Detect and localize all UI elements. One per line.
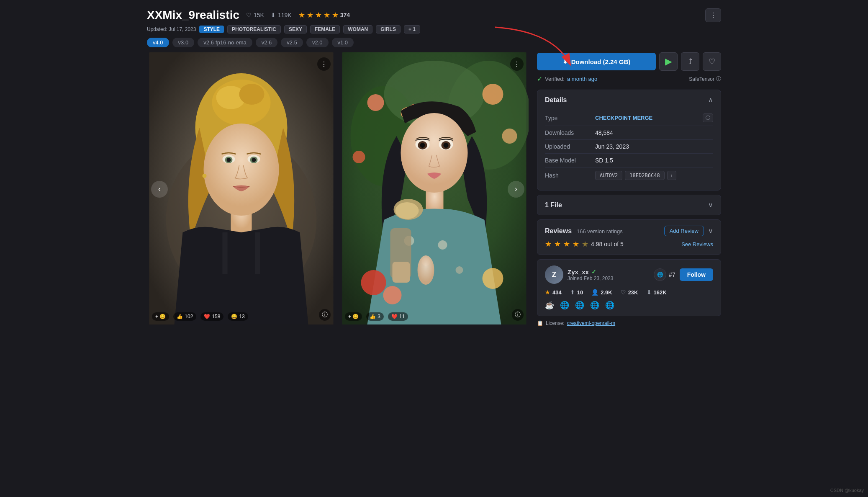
updated-text: Updated: Jul 17, 2023 <box>147 26 196 32</box>
author-downloads: 162K <box>654 289 667 296</box>
files-section: 1 File ∨ <box>537 195 721 215</box>
svg-point-42 <box>361 270 386 295</box>
author-avatar: Z <box>545 265 563 284</box>
heart-2-button[interactable]: ❤️ 11 <box>388 312 408 321</box>
more-options-button[interactable]: ⋮ <box>705 8 721 22</box>
files-header[interactable]: 1 File ∨ <box>537 195 721 215</box>
author-likes-stat: ♡ 23K <box>621 289 638 296</box>
download-icon: ⬇ <box>271 12 276 18</box>
add-review-button[interactable]: Add Review <box>664 226 704 236</box>
website-icon-1[interactable]: 🌐 <box>560 301 569 310</box>
gallery-prev-button[interactable]: ‹ <box>151 181 168 198</box>
heart-1-button[interactable]: ❤️ 158 <box>200 312 223 321</box>
reviews-header: Reviews 166 version ratings Add Review ∨ <box>545 226 713 236</box>
hash-copy-button[interactable]: › <box>667 171 676 180</box>
type-info-icon[interactable]: ⓘ <box>703 113 713 122</box>
image-2-info-button[interactable]: ⓘ <box>512 309 524 321</box>
uploaded-label: Uploaded <box>545 143 595 150</box>
license-section: 📋 License: creativeml-openrail-m <box>537 320 721 326</box>
author-star-stat: ★ 434 <box>545 289 562 296</box>
hash-autov2: AUTOV2 <box>595 171 622 180</box>
files-title: 1 File <box>545 201 562 209</box>
star-icon: ★ <box>545 289 550 296</box>
detail-downloads-row: Downloads 48,584 <box>545 126 713 139</box>
version-tab-v10[interactable]: v1.0 <box>332 38 354 47</box>
svg-point-11 <box>227 158 231 162</box>
website-icon-4[interactable]: 🌐 <box>605 301 614 310</box>
svg-point-29 <box>401 113 468 193</box>
add-reaction-2-button[interactable]: + 😊 <box>345 312 362 321</box>
rating-count: 374 <box>340 12 350 18</box>
details-header[interactable]: Details ∧ <box>537 90 721 110</box>
version-tab-v26[interactable]: v2.6 <box>256 38 278 47</box>
svg-point-24 <box>353 151 365 163</box>
svg-point-6 <box>239 84 265 105</box>
image-2-more-button[interactable]: ⋮ <box>510 57 524 71</box>
version-tab-v4[interactable]: v4.0 <box>147 38 169 47</box>
svg-point-22 <box>367 94 384 111</box>
tag-photorealistic[interactable]: PHOTOREALISTIC <box>227 25 281 33</box>
author-links: ☕ 🌐 🌐 🌐 🌐 <box>545 301 713 310</box>
svg-point-15 <box>203 174 207 178</box>
tag-sexy[interactable]: SEXY <box>284 25 307 33</box>
tag-woman[interactable]: WOMAN <box>343 25 372 33</box>
tag-female[interactable]: FEMALE <box>310 25 340 33</box>
see-reviews-link[interactable]: See Reviews <box>681 241 713 247</box>
rev-star-2: ★ <box>554 239 561 249</box>
image-1-more-button[interactable]: ⋮ <box>317 57 331 71</box>
favorite-button[interactable]: ♡ <box>703 52 721 71</box>
star-4: ★ <box>324 10 330 20</box>
version-tab-v25[interactable]: v2.5 <box>281 38 303 47</box>
add-reaction-1-button[interactable]: + 😊 <box>152 312 169 321</box>
verified-link[interactable]: a month ago <box>567 76 597 82</box>
tag-girls[interactable]: GIRLS <box>376 25 401 33</box>
rating-text: 4.98 out of 5 <box>591 241 624 247</box>
type-label: Type <box>545 115 595 121</box>
dl-icon: ⬇ <box>647 289 652 296</box>
author-uploads: 10 <box>577 289 583 296</box>
downloads-label: Downloads <box>545 129 595 136</box>
play-button[interactable]: ▶ <box>659 52 678 71</box>
details-section: Details ∧ Type CHECKPOINT MERGE ⓘ Downlo… <box>537 90 721 191</box>
thumbs-up-1-button[interactable]: 👍 102 <box>173 312 196 321</box>
version-tab-v20[interactable]: v2.0 <box>306 38 329 47</box>
gallery-next-button[interactable]: › <box>508 181 524 198</box>
tag-style[interactable]: STYLE <box>199 26 224 33</box>
version-tab-v26fp16[interactable]: v2.6-fp16-no-ema <box>198 38 252 47</box>
reviews-bottom: ★ ★ ★ ★ ★ 4.98 out of 5 See Reviews <box>545 239 713 249</box>
author-verified-icon: ✓ <box>591 268 596 275</box>
license-link[interactable]: creativeml-openrail-m <box>567 320 615 326</box>
verified-section: ✓ Verified: a month ago SafeTensor ⓘ <box>537 75 721 83</box>
download-button[interactable]: ⬇ Download (2.24 GB) <box>537 53 656 70</box>
svg-point-25 <box>502 129 517 144</box>
reviews-title-group: Reviews 166 version ratings <box>545 227 623 235</box>
author-info: Zyx_xx ✓ Joined Feb 23, 2023 <box>568 268 650 281</box>
rev-star-4: ★ <box>573 239 579 249</box>
license-icon: 📋 <box>537 320 543 326</box>
download-section: ⬇ Download (2.24 GB) ▶ ⤴ ♡ <box>537 52 721 71</box>
author-followers-stat: 👤 2.9K <box>591 289 612 296</box>
verified-icon: ✓ <box>537 75 542 83</box>
detail-type-row: Type CHECKPOINT MERGE ⓘ <box>545 110 713 126</box>
svg-point-14 <box>252 158 256 162</box>
detail-uploaded-row: Uploaded Jun 23, 2023 <box>545 139 713 153</box>
author-uploads-stat: ⬆ 10 <box>570 289 583 296</box>
rank-value: #7 <box>669 271 675 278</box>
author-section: Z Zyx_xx ✓ Joined Feb 23, 2023 🌐 #7 Foll… <box>537 259 721 316</box>
image-1-info-button[interactable]: ⓘ <box>319 309 331 321</box>
svg-point-37 <box>395 202 419 219</box>
image-gallery: ⋮ + 😊 👍 102 ❤️ 158 😄 13 ⓘ ‹ <box>147 52 529 326</box>
tag-more[interactable]: + 1 <box>404 25 420 33</box>
thumbs-up-2-button[interactable]: 👍 3 <box>366 312 384 321</box>
share-button[interactable]: ⤴ <box>681 52 699 71</box>
gallery-image-2: ⋮ + 😊 👍 3 ❤️ 11 ⓘ › <box>340 52 529 326</box>
website-icon-3[interactable]: 🌐 <box>590 301 599 310</box>
star-1: ★ <box>298 10 305 20</box>
author-downloads-stat: ⬇ 162K <box>647 289 667 296</box>
coffee-icon[interactable]: ☕ <box>545 301 554 310</box>
svg-point-40 <box>438 240 447 250</box>
follow-button[interactable]: Follow <box>680 268 713 281</box>
laugh-1-button[interactable]: 😄 13 <box>228 312 248 321</box>
website-icon-2[interactable]: 🌐 <box>575 301 584 310</box>
version-tab-v3[interactable]: v3.0 <box>172 38 195 47</box>
